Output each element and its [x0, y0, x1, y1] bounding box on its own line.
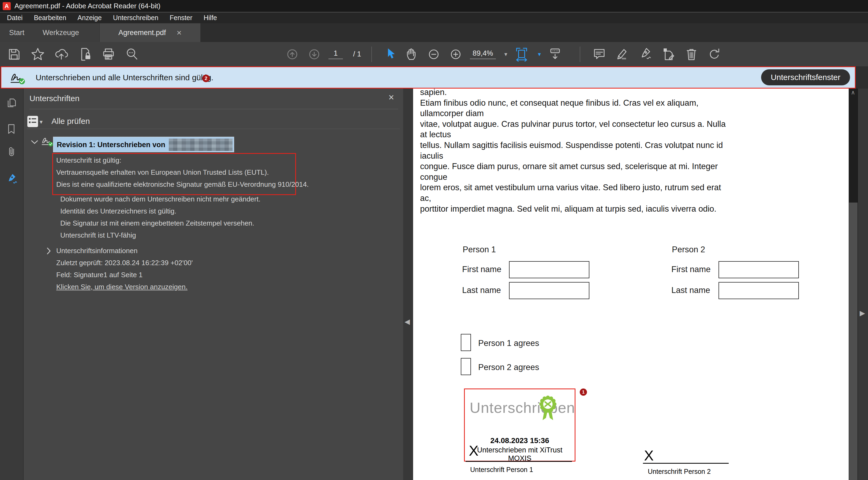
signature-status-message: Unterschrieben und alle Unterschriften s…	[36, 73, 214, 82]
rotate-button[interactable]	[707, 46, 722, 62]
signature2-x-mark: X	[644, 447, 654, 464]
menu-datei[interactable]: Datei	[3, 12, 29, 24]
signature-pane-button[interactable]: Unterschriftsfenster	[761, 69, 850, 85]
signatures-panel-button[interactable]	[5, 172, 18, 185]
navigation-strip	[0, 89, 24, 480]
person2-first-name-input[interactable]	[718, 261, 799, 278]
menu-unterschreiben[interactable]: Unterschreiben	[109, 12, 165, 24]
zoom-out-icon	[427, 47, 441, 62]
stamp-edit-button[interactable]	[661, 46, 676, 62]
menu-anzeige[interactable]: Anzeige	[73, 12, 108, 24]
document-text-line: iaculis	[420, 151, 726, 161]
cloud-upload-button[interactable]	[54, 46, 69, 62]
zoom-out-button[interactable]	[426, 46, 441, 62]
title-bar: A Agreement.pdf - Adobe Acrobat Reader (…	[0, 0, 868, 12]
signature-info-toggle[interactable]: Unterschriftsinformationen	[56, 247, 137, 255]
panel-close-icon[interactable]: ×	[389, 92, 394, 103]
attachments-button[interactable]	[5, 146, 18, 159]
next-page-button[interactable]	[307, 46, 322, 62]
person2-last-name-input[interactable]	[718, 282, 799, 299]
zoom-dropdown-icon[interactable]: ▾	[504, 51, 507, 58]
signature1-line	[466, 461, 572, 462]
tab-werkzeuge[interactable]: Werkzeuge	[33, 23, 88, 42]
fit-width-button[interactable]	[514, 46, 529, 62]
search-button[interactable]	[124, 46, 140, 62]
hand-icon	[405, 47, 419, 62]
protect-file-button[interactable]	[77, 46, 93, 62]
fit-width-dropdown-icon[interactable]: ▾	[538, 51, 541, 58]
highlighter-icon	[615, 47, 630, 62]
redacted-signer-name	[169, 139, 232, 151]
page-up-icon	[285, 47, 300, 62]
validity-line: Unterschrift ist gültig:	[56, 156, 121, 165]
signature2-line[interactable]	[643, 463, 729, 464]
zoom-level-input[interactable]: 89,4%	[470, 49, 496, 59]
menu-bearbeiten[interactable]: Bearbeiten	[29, 12, 73, 24]
person1-last-name-label: Last name	[462, 285, 501, 295]
hide-toolbar-button[interactable]	[547, 46, 563, 62]
tab-start[interactable]: Start	[0, 23, 33, 42]
signatures-panel: Unterschriften × ▾ Alle prüfen	[24, 89, 403, 480]
person1-agrees-label: Person 1 agrees	[478, 339, 539, 348]
menu-fenster[interactable]: Fenster	[165, 12, 199, 24]
menu-hilfe[interactable]: Hilfe	[199, 12, 224, 24]
fill-sign-button[interactable]	[638, 46, 653, 62]
zoom-in-button[interactable]	[448, 46, 463, 62]
highlight-button[interactable]	[615, 46, 630, 62]
collapse-panel-icon[interactable]: ◀	[405, 318, 410, 325]
annotation-badge-2: 2	[202, 75, 210, 82]
person1-first-name-input[interactable]	[509, 261, 589, 278]
previous-page-button[interactable]	[284, 46, 300, 62]
bookmarks-button[interactable]	[5, 123, 18, 136]
vertical-scrollbar[interactable]: ∧	[849, 89, 858, 480]
person2-agrees-checkbox[interactable]	[461, 358, 471, 375]
comment-icon	[592, 47, 607, 62]
favorite-button[interactable]	[30, 46, 45, 62]
hide-toolbar-icon	[548, 47, 563, 62]
person2-last-name-label: Last name	[671, 285, 710, 295]
bookmark-icon	[5, 123, 18, 136]
person1-agrees-checkbox[interactable]	[461, 334, 471, 351]
revision-row[interactable]: Revision 1: Unterschrieben von	[53, 137, 234, 152]
document-text-line: porttitor imperdiet magna. Sed velit mi,…	[420, 204, 726, 214]
detail-line: Unterschrift ist LTV-fähig	[60, 231, 136, 239]
show-version-link[interactable]: Klicken Sie, um diese Version anzuzeigen…	[56, 283, 188, 291]
signature1-caption: Unterschrift Person 1	[470, 466, 533, 474]
tab-document[interactable]: Agreement.pdf ×	[100, 23, 200, 42]
delete-button[interactable]	[684, 46, 699, 62]
page-thumbnails-button[interactable]	[5, 97, 18, 110]
document-text-line: vitae, volutpat augue. Cras pulvinar pur…	[420, 119, 726, 130]
pages-icon	[5, 97, 18, 110]
person1-last-name-input[interactable]	[509, 282, 589, 299]
tab-close-icon[interactable]: ×	[177, 28, 182, 37]
document-text: sapien.Etiam finibus odio nunc, et conse…	[420, 89, 726, 214]
comment-button[interactable]	[591, 46, 607, 62]
toolbar-separator	[580, 46, 580, 62]
stamp-x-mark: X	[469, 442, 478, 459]
expand-chevron-icon[interactable]	[46, 247, 51, 254]
panel-title: Unterschriften	[29, 94, 80, 103]
zoom-in-icon	[448, 47, 463, 62]
hand-tool-button[interactable]	[404, 46, 420, 62]
trash-icon	[684, 47, 699, 62]
document-text-line: ullamcorper diam	[420, 108, 726, 119]
save-button[interactable]	[6, 46, 22, 62]
field-info-line: Feld: Signature1 auf Seite 1	[56, 271, 143, 279]
select-tool-button[interactable]	[382, 46, 398, 62]
stamp-word: Unterschrieben	[470, 399, 575, 416]
detail-line: Dokument wurde nach dem Unterschreiben n…	[60, 195, 260, 203]
scroll-up-icon[interactable]: ∧	[851, 89, 855, 96]
document-text-line: Etiam finibus odio nunc, et consequat ne…	[420, 98, 726, 108]
expand-panel-icon[interactable]: ▶	[860, 310, 865, 316]
verify-all-dropdown-icon[interactable]: ▾	[40, 118, 42, 126]
print-button[interactable]	[101, 46, 116, 62]
annotation-badge-1: 1	[580, 388, 587, 396]
panel-collapse-strip: ◀	[403, 89, 413, 480]
document-text-line: sapien.	[420, 89, 726, 98]
scrollbar-thumb[interactable]	[849, 203, 858, 480]
collapse-chevron-icon[interactable]	[31, 140, 38, 144]
person2-first-name-label: First name	[671, 265, 711, 274]
signature-stamp-field[interactable]: Unterschrieben 24.08.2023 15:36 Untersch…	[464, 388, 576, 461]
toolbar-separator	[371, 46, 372, 62]
page-number-input[interactable]: 1	[329, 49, 343, 59]
